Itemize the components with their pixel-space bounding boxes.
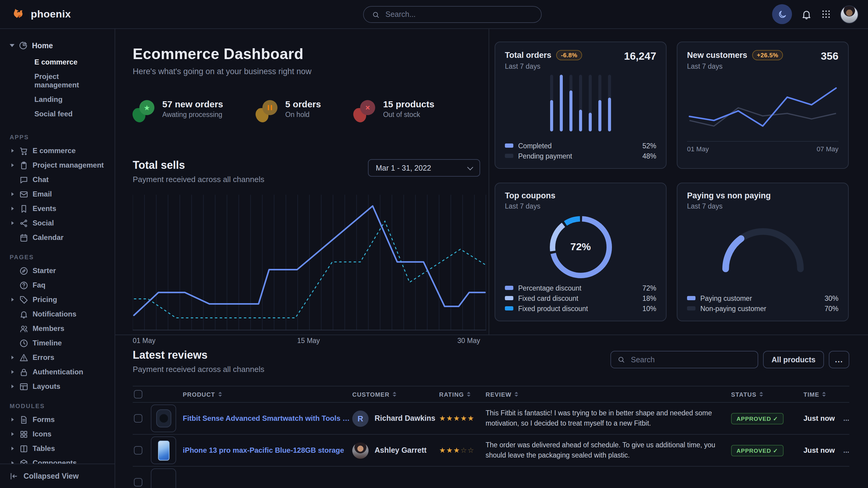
- product-link[interactable]: Fitbit Sense Advanced Smartwatch with To…: [183, 414, 350, 423]
- sidebar-item-notifications[interactable]: Notifications: [0, 307, 115, 321]
- all-products-filter-button[interactable]: All products: [763, 351, 824, 368]
- caret-right-icon: [11, 207, 13, 210]
- column-header-product[interactable]: PRODUCT: [183, 391, 222, 398]
- sidebar-item-forms[interactable]: Forms: [0, 412, 115, 427]
- sidebar-group-home[interactable]: Home: [0, 37, 115, 54]
- row-checkbox[interactable]: [134, 478, 142, 487]
- brand-logo[interactable]: phoenix: [11, 7, 71, 21]
- calendar-icon: [19, 233, 28, 242]
- phoenix-flame-icon: [11, 7, 26, 21]
- new-customers-line-chart: [688, 78, 838, 136]
- sidebar-item-project-management[interactable]: Project management: [0, 158, 115, 172]
- column-header-rating[interactable]: RATING: [439, 391, 470, 398]
- more-options-button[interactable]: ...: [829, 351, 849, 368]
- sidebar-item-events[interactable]: Events: [0, 201, 115, 216]
- sidebar-subitem-project-management[interactable]: Project management: [0, 69, 115, 92]
- row-checkbox[interactable]: [134, 414, 142, 423]
- file-icon: [19, 415, 28, 424]
- search-icon: [618, 356, 625, 363]
- sidebar-item-pricing[interactable]: Pricing: [0, 292, 115, 307]
- quick-stats: ★ 57 new ordersAwating processing 5 orde…: [133, 99, 480, 123]
- sidebar: Home E commerce Project management Landi…: [0, 29, 115, 488]
- apps-menu-button[interactable]: [821, 9, 831, 19]
- global-search-input[interactable]: [384, 10, 533, 19]
- sidebar-item-components[interactable]: Components: [0, 456, 115, 464]
- cart-icon: [19, 146, 28, 155]
- product-thumbnail[interactable]: [151, 436, 176, 464]
- select-all-checkbox[interactable]: [134, 390, 142, 398]
- sidebar-item-social[interactable]: Social: [0, 216, 115, 230]
- sidebar-item-e-commerce[interactable]: E commerce: [0, 143, 115, 158]
- sidebar-item-members[interactable]: Members: [0, 321, 115, 336]
- lock-icon: [19, 367, 28, 377]
- paying-vs-nonpaying-card: Paying vs non paying Last 7 days Paying …: [677, 183, 849, 321]
- share-icon: [19, 219, 28, 228]
- sort-icon: [823, 392, 826, 397]
- reviews-search-input[interactable]: [630, 355, 751, 364]
- layout-icon: [19, 382, 28, 391]
- caret-right-icon: [11, 447, 13, 450]
- latest-reviews-subtitle: Payment received across all channels: [133, 365, 264, 374]
- sidebar-item-faq[interactable]: Faq: [0, 278, 115, 292]
- caret-right-icon: [11, 298, 13, 301]
- sidebar-subitem-ecommerce[interactable]: E commerce: [0, 55, 115, 69]
- sidebar-item-chat[interactable]: Chat: [0, 172, 115, 187]
- collapsed-view-toggle[interactable]: Collapsed View: [0, 464, 115, 488]
- sidebar-item-layouts[interactable]: Layouts: [0, 379, 115, 394]
- x-axis-labels: 01 May 15 May 30 May: [133, 337, 480, 347]
- global-search[interactable]: [363, 6, 542, 23]
- review-text: This Fitbit is fantastic! I was trying t…: [486, 408, 718, 429]
- sidebar-item-icons[interactable]: Icons: [0, 427, 115, 441]
- product-thumbnail[interactable]: [151, 468, 176, 488]
- product-link[interactable]: iPhone 13 pro max-Pacific Blue-128GB sto…: [183, 446, 344, 455]
- sidebar-subitem-social-feed[interactable]: Social feed: [0, 107, 115, 121]
- x-icon: ×: [360, 100, 375, 115]
- legend-swatch: [505, 286, 513, 290]
- product-image: [158, 441, 169, 460]
- search-icon: [372, 10, 379, 19]
- total-sells-chart: [133, 195, 486, 330]
- legend-swatch: [505, 154, 513, 158]
- compass-icon: [19, 266, 28, 275]
- product-thumbnail[interactable]: [151, 404, 176, 432]
- sidebar-item-email[interactable]: Email: [0, 187, 115, 201]
- sidebar-item-tables[interactable]: Tables: [0, 441, 115, 456]
- top-coupons-card: Top coupons Last 7 days 72% Percentage d…: [495, 183, 666, 321]
- rating-stars: ★★★★★: [435, 414, 481, 423]
- sidebar-item-errors[interactable]: Errors: [0, 350, 115, 365]
- row-menu-button[interactable]: ...: [834, 414, 849, 423]
- sidebar-section-label: APPS: [0, 125, 115, 143]
- column-header-time[interactable]: TIME: [803, 391, 826, 398]
- legend-swatch: [505, 306, 513, 311]
- alert-icon: [19, 353, 28, 362]
- caret-right-icon: [11, 432, 13, 436]
- caret-right-icon: [11, 192, 13, 196]
- clock-icon: [19, 338, 28, 348]
- date-range-select[interactable]: Mar 1 - 31, 2022: [368, 159, 480, 176]
- paying-gauge-chart: [714, 220, 811, 272]
- mail-icon: [19, 190, 28, 199]
- row-menu-button[interactable]: ...: [834, 446, 849, 455]
- row-checkbox[interactable]: [134, 446, 142, 455]
- sidebar-item-timeline[interactable]: Timeline: [0, 336, 115, 350]
- column-header-status[interactable]: STATUS: [731, 391, 763, 398]
- column-header-customer[interactable]: CUSTOMER: [352, 391, 396, 398]
- sidebar-item-starter[interactable]: Starter: [0, 263, 115, 278]
- reviews-search[interactable]: [611, 351, 758, 368]
- sidebar-item-calendar[interactable]: Calendar: [0, 230, 115, 245]
- bell-icon: [19, 310, 28, 319]
- user-avatar[interactable]: [840, 5, 858, 23]
- theme-toggle-button[interactable]: [772, 4, 792, 24]
- customer-avatar: R: [352, 410, 369, 426]
- column-header-review[interactable]: REVIEW: [486, 391, 518, 398]
- review-time: Just now: [803, 446, 835, 455]
- table-row: Fitbit Sense Advanced Smartwatch with To…: [133, 403, 849, 435]
- sidebar-subitem-landing[interactable]: Landing: [0, 92, 115, 107]
- table-row: iPhone 13 pro max-Pacific Blue-128GB sto…: [133, 435, 849, 466]
- status-badge: APPROVED ✓: [731, 413, 783, 424]
- sidebar-item-authentication[interactable]: Authentication: [0, 365, 115, 379]
- review-time: Just now: [803, 414, 835, 423]
- caret-right-icon: [11, 418, 13, 421]
- legend-swatch: [687, 296, 695, 300]
- notifications-button[interactable]: [801, 9, 812, 20]
